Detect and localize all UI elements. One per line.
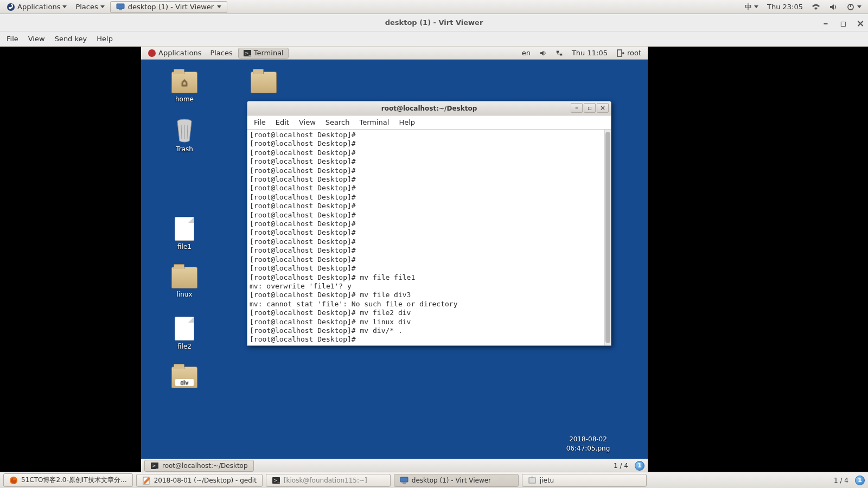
svg-rect-23 bbox=[529, 478, 535, 483]
folder-icon bbox=[171, 367, 197, 388]
guest-lang-indicator[interactable]: en bbox=[519, 49, 534, 57]
term-menu-search[interactable]: Search bbox=[326, 118, 350, 126]
host-places-menu[interactable]: Places bbox=[72, 3, 107, 11]
guest-network-icon[interactable] bbox=[552, 49, 566, 57]
places-label: Places bbox=[75, 3, 98, 11]
task-label: desktop (1) - Virt Viewer bbox=[128, 3, 214, 11]
svg-rect-24 bbox=[531, 477, 533, 478]
svg-text:>_: >_ bbox=[245, 50, 252, 56]
terminal-titlebar[interactable]: root@localhost:~/Desktop – ▫ × bbox=[247, 101, 611, 115]
terminal-minimize-button[interactable]: – bbox=[571, 103, 583, 113]
virt-viewer-titlebar[interactable]: desktop (1) - Virt Viewer – ▫ × bbox=[0, 14, 868, 31]
host-task-virt-viewer-bottom[interactable]: desktop (1) - Virt Viewer bbox=[394, 474, 519, 487]
window-title: desktop (1) - Virt Viewer bbox=[385, 18, 483, 27]
guest-clock[interactable]: Thu 11:05 bbox=[569, 49, 611, 57]
guest-desktop[interactable]: home Trash file1 linux bbox=[141, 60, 648, 459]
folder-icon bbox=[251, 72, 277, 93]
folder-icon bbox=[171, 267, 197, 288]
svg-rect-8 bbox=[557, 50, 559, 53]
desktop-icon-file1[interactable]: file1 bbox=[163, 217, 206, 251]
svg-text:>_: >_ bbox=[273, 478, 280, 483]
minimize-button[interactable]: – bbox=[820, 17, 831, 29]
virt-viewer-menubar: File View Send key Help bbox=[0, 31, 868, 47]
desktop-icon-div[interactable] bbox=[163, 367, 206, 390]
power-icon[interactable] bbox=[843, 3, 865, 11]
guest-places-menu[interactable]: Places bbox=[207, 49, 235, 57]
terminal-scrollbar[interactable] bbox=[604, 130, 611, 345]
menu-help[interactable]: Help bbox=[97, 35, 113, 43]
term-menu-terminal[interactable]: Terminal bbox=[359, 118, 389, 126]
close-button[interactable]: × bbox=[855, 17, 866, 29]
desktop-icon-div3-folder[interactable] bbox=[242, 72, 285, 95]
terminal-menubar: File Edit View Search Terminal Help bbox=[247, 115, 611, 130]
desktop-icon-file2[interactable]: file2 bbox=[163, 317, 206, 350]
host-task-jietu[interactable]: jietu bbox=[522, 474, 647, 487]
host-workspace-badge[interactable]: 1 bbox=[855, 476, 865, 485]
guest-volume-icon[interactable] bbox=[536, 49, 550, 57]
wifi-icon[interactable] bbox=[808, 3, 824, 11]
svg-rect-2 bbox=[119, 9, 122, 10]
svg-rect-1 bbox=[117, 4, 124, 9]
host-lang-indicator[interactable]: 中 bbox=[742, 2, 762, 12]
svg-rect-10 bbox=[617, 50, 622, 56]
term-menu-view[interactable]: View bbox=[299, 118, 316, 126]
menu-file[interactable]: File bbox=[7, 35, 18, 43]
terminal-title: root@localhost:~/Desktop bbox=[381, 105, 477, 112]
menu-view[interactable]: View bbox=[28, 35, 45, 43]
guest-task-terminal-button[interactable]: >_ root@localhost:~/Desktop bbox=[144, 460, 254, 472]
term-menu-help[interactable]: Help bbox=[399, 118, 415, 126]
terminal-window: root@localhost:~/Desktop – ▫ × File Edit… bbox=[247, 101, 611, 346]
menu-sendkey[interactable]: Send key bbox=[55, 35, 87, 43]
desktop-icon-linux[interactable]: linux bbox=[163, 267, 206, 298]
host-applications-menu[interactable]: Applications bbox=[3, 3, 70, 11]
gedit-icon bbox=[142, 476, 151, 485]
trash-icon bbox=[174, 118, 195, 143]
host-task-terminal[interactable]: >_ [kiosk@foundation115:~] bbox=[266, 474, 391, 487]
guest-os: Applications Places >_ Terminal en Thu 1… bbox=[141, 47, 648, 472]
vm-display-area[interactable]: Applications Places >_ Terminal en Thu 1… bbox=[0, 47, 868, 472]
chevron-down-icon bbox=[62, 5, 67, 8]
host-workspace-indicator[interactable]: 1 / 4 bbox=[834, 477, 848, 484]
host-task-gedit[interactable]: 2018-08-01 (~/Desktop) - gedit bbox=[136, 474, 263, 487]
volume-icon[interactable] bbox=[826, 3, 841, 11]
logout-icon bbox=[616, 49, 625, 57]
host-task-firefox[interactable]: 51CTO博客2.0-原创IT技术文章分… bbox=[3, 473, 133, 487]
screenshot-icon bbox=[528, 476, 537, 485]
desktop-icon-screenshot-label[interactable]: 2018-08-02 06:47:05.png bbox=[550, 435, 626, 453]
guest-workspace-indicator[interactable]: 1 / 4 bbox=[614, 462, 628, 470]
folder-home-icon bbox=[171, 72, 197, 93]
fedora-icon bbox=[7, 3, 15, 11]
svg-point-5 bbox=[148, 49, 156, 57]
guest-workspace-badge[interactable]: 1 bbox=[635, 461, 644, 471]
guest-user-menu[interactable]: root bbox=[613, 49, 644, 57]
host-task-virt-viewer[interactable]: desktop (1) - Virt Viewer bbox=[110, 1, 227, 13]
terminal-close-button[interactable]: × bbox=[597, 103, 609, 113]
term-menu-edit[interactable]: Edit bbox=[276, 118, 289, 126]
host-top-panel: Applications Places desktop (1) - Virt V… bbox=[0, 0, 868, 14]
host-bottom-panel: 51CTO博客2.0-原创IT技术文章分… 2018-08-01 (~/Desk… bbox=[0, 472, 868, 488]
guest-applications-menu[interactable]: Applications bbox=[144, 49, 205, 57]
display-icon bbox=[116, 3, 125, 11]
terminal-icon: >_ bbox=[243, 49, 252, 57]
fedora-icon bbox=[148, 49, 156, 57]
svg-rect-22 bbox=[403, 483, 406, 484]
guest-top-panel: Applications Places >_ Terminal en Thu 1… bbox=[141, 47, 648, 60]
desktop-icon-trash[interactable]: Trash bbox=[163, 118, 206, 153]
svg-rect-21 bbox=[400, 477, 408, 482]
host-clock[interactable]: Thu 23:05 bbox=[764, 3, 806, 11]
chevron-down-icon bbox=[100, 5, 105, 8]
maximize-button[interactable]: ▫ bbox=[838, 17, 848, 29]
desktop-icon-home[interactable]: home bbox=[163, 72, 206, 103]
virt-viewer-window: desktop (1) - Virt Viewer – ▫ × File Vie… bbox=[0, 14, 868, 472]
terminal-icon: >_ bbox=[272, 476, 280, 485]
terminal-output[interactable]: [root@localhost Desktop]# [root@localhos… bbox=[247, 130, 604, 345]
scrollbar-thumb[interactable] bbox=[605, 132, 610, 343]
file-icon bbox=[175, 317, 194, 341]
term-menu-file[interactable]: File bbox=[254, 118, 266, 126]
terminal-icon: >_ bbox=[150, 461, 159, 470]
guest-task-terminal[interactable]: >_ Terminal bbox=[238, 48, 289, 59]
terminal-maximize-button[interactable]: ▫ bbox=[584, 103, 596, 113]
chevron-down-icon bbox=[857, 5, 861, 8]
file-icon bbox=[175, 217, 194, 241]
chevron-down-icon bbox=[754, 5, 758, 8]
